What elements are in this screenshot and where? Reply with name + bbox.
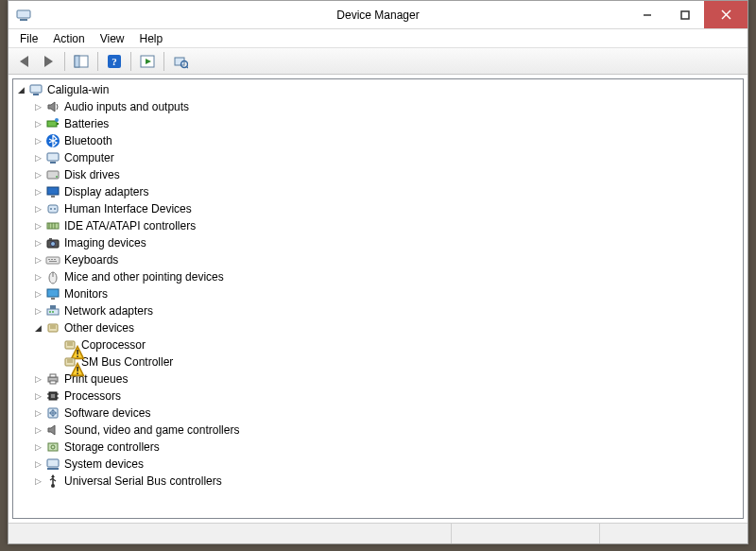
close-button[interactable] <box>704 1 747 28</box>
tree-node[interactable]: ▷Keyboards <box>32 251 743 268</box>
toolbar-forward-button[interactable] <box>37 51 60 72</box>
tree-node[interactable]: ▷Universal Serial Bus controllers <box>32 473 743 490</box>
expand-icon[interactable]: ▷ <box>32 152 43 164</box>
maximize-button[interactable] <box>666 1 704 28</box>
expand-icon[interactable]: ▷ <box>32 390 43 402</box>
svg-point-36 <box>51 242 56 247</box>
tree-node-label: Monitors <box>64 287 108 301</box>
tree-node-label: Keyboards <box>64 253 118 267</box>
expand-icon[interactable]: ▷ <box>32 288 43 300</box>
battery-icon <box>45 116 60 131</box>
device-tree-pane[interactable]: ◢Caligula-win▷Audio inputs and outputs▷B… <box>12 78 744 519</box>
expand-icon[interactable]: ▷ <box>32 373 43 385</box>
tree-node[interactable]: ▷Print queues <box>32 370 743 387</box>
tree-node[interactable]: ▷Mice and other pointing devices <box>32 268 743 285</box>
display-icon <box>45 184 60 199</box>
expand-icon[interactable]: ▷ <box>32 101 43 112</box>
menu-action[interactable]: Action <box>45 30 92 47</box>
tree-node[interactable]: ▷Bluetooth <box>32 132 743 149</box>
tree-pane-icon <box>74 54 89 69</box>
sound-icon <box>45 422 60 438</box>
svg-marker-17 <box>48 102 55 112</box>
toolbar-action-button[interactable] <box>136 51 159 72</box>
printer-icon <box>45 371 60 387</box>
expand-icon[interactable]: ▷ <box>32 305 43 317</box>
tree-node[interactable]: ◢Other devices <box>32 319 743 336</box>
statusbar <box>9 523 747 543</box>
expand-icon[interactable]: ▷ <box>32 271 43 283</box>
expand-icon[interactable]: ▷ <box>32 220 43 232</box>
menubar: File Action View Help <box>9 29 747 48</box>
status-segment <box>451 524 599 543</box>
minimize-button[interactable] <box>628 1 666 28</box>
expand-icon[interactable]: ▷ <box>32 237 43 249</box>
tree-node[interactable]: ▷Audio inputs and outputs <box>32 98 743 115</box>
toolbar-back-button[interactable] <box>12 51 35 72</box>
svg-rect-68 <box>51 394 55 398</box>
tree-node[interactable]: ▷IDE ATA/ATAPI controllers <box>32 217 743 234</box>
svg-rect-65 <box>50 374 56 377</box>
tree-node-label: Caligula-win <box>47 83 109 96</box>
expand-icon[interactable]: ▷ <box>32 441 43 453</box>
tree-node[interactable]: ▷Storage controllers <box>32 439 743 456</box>
expand-icon[interactable]: ▷ <box>32 407 43 419</box>
tree-node[interactable]: ▷Monitors <box>32 285 743 302</box>
tree-node[interactable]: ▷Batteries <box>32 115 743 132</box>
tree-node[interactable]: ▷Sound, video and game controllers <box>32 422 743 439</box>
svg-text:?: ? <box>112 56 117 67</box>
expand-icon[interactable]: ▷ <box>32 118 43 129</box>
svg-rect-42 <box>49 261 57 262</box>
titlebar: Device Manager <box>9 1 747 29</box>
tree-node[interactable]: ▷Computer <box>32 149 743 166</box>
tree-node[interactable]: ▷Human Interface Devices <box>32 200 743 217</box>
expand-icon[interactable]: ▷ <box>32 475 43 487</box>
expand-icon[interactable]: ▷ <box>32 186 43 198</box>
bluetooth-icon <box>45 133 60 148</box>
collapse-icon[interactable]: ◢ <box>15 84 26 95</box>
svg-rect-28 <box>48 205 58 213</box>
toolbar-show-hide-tree-button[interactable] <box>70 51 93 72</box>
expand-icon[interactable]: ▷ <box>32 169 43 181</box>
collapse-icon[interactable]: ◢ <box>32 322 43 334</box>
toolbar-help-button[interactable]: ? <box>103 51 126 72</box>
expand-icon[interactable]: ▷ <box>32 458 43 470</box>
svg-rect-48 <box>50 305 56 309</box>
computer-icon <box>45 150 60 165</box>
tree-node[interactable]: !Coprocessor <box>49 336 743 353</box>
tree-node-label: Mice and other pointing devices <box>64 270 224 284</box>
expand-icon[interactable]: ▷ <box>32 424 43 436</box>
tree-node[interactable]: !SM Bus Controller <box>49 353 743 370</box>
storage-icon <box>45 439 60 455</box>
tree-node-label: Human Interface Devices <box>64 202 192 215</box>
tree-node[interactable]: ◢Caligula-win <box>15 81 743 98</box>
tree-node-label: Storage controllers <box>64 440 160 454</box>
device-manager-window: Device Manager File Action View Help ? <box>8 0 748 544</box>
tree-node[interactable]: ▷Disk drives <box>32 166 743 183</box>
svg-rect-19 <box>57 123 59 125</box>
svg-text:!: ! <box>76 365 79 376</box>
tree-node[interactable]: ▷System devices <box>32 456 743 473</box>
expand-icon[interactable]: ▷ <box>32 135 43 146</box>
tree-node-label: Other devices <box>64 321 134 335</box>
svg-point-20 <box>55 118 59 122</box>
speaker-icon <box>45 99 60 114</box>
expand-icon[interactable]: ▷ <box>32 254 43 266</box>
tree-node-label: SM Bus Controller <box>81 355 173 369</box>
scan-hardware-icon <box>173 54 188 69</box>
tree-node[interactable]: ▷Imaging devices <box>32 234 743 251</box>
svg-rect-15 <box>30 85 42 93</box>
menu-view[interactable]: View <box>93 30 132 47</box>
svg-rect-0 <box>17 10 30 18</box>
tree-node[interactable]: ▷Display adapters <box>32 183 743 200</box>
toolbar-scan-button[interactable] <box>169 51 192 72</box>
expand-icon[interactable]: ▷ <box>32 203 43 215</box>
tree-node[interactable]: ▷Software devices <box>32 405 743 422</box>
toolbar-separator <box>130 52 131 71</box>
tree-node[interactable]: ▷Processors <box>32 387 743 405</box>
toolbar-separator <box>64 52 65 71</box>
menu-help[interactable]: Help <box>132 30 171 47</box>
tree-node-label: Coprocessor <box>81 338 146 352</box>
tree-node[interactable]: ▷Network adapters <box>32 302 743 319</box>
toolbar: ? <box>9 48 747 75</box>
menu-file[interactable]: File <box>12 30 45 47</box>
